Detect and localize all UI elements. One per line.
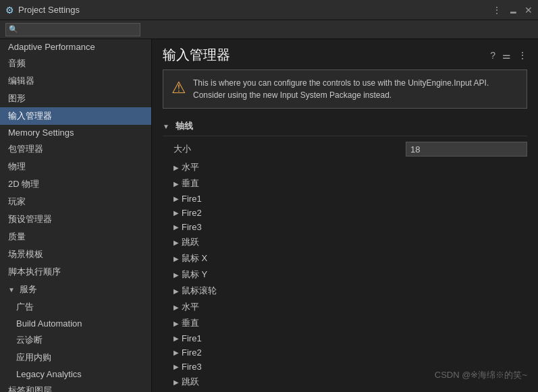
search-wrapper: 🔍 [5, 23, 140, 36]
sidebar-item-scene-template[interactable]: 场景模板 [0, 246, 151, 263]
axis-label-mouse-scroll: 鼠标滚轮 [182, 285, 217, 297]
axis-arrow-fire1-2: ▶ [173, 335, 179, 342]
sidebar-item-audio[interactable]: 音频 [0, 55, 151, 72]
axis-arrow-fire1: ▶ [173, 195, 179, 202]
sidebar-item-cloud-diagnostics[interactable]: 云诊断 [0, 331, 151, 349]
window-controls: ⋮ 🗕 ✕ [492, 5, 533, 16]
axis-item-fire3-2[interactable]: ▶ Fire3 [163, 360, 527, 374]
axis-item-vertical[interactable]: ▶ 垂直 [163, 175, 527, 192]
axis-label-mouse-x: 鼠标 X [182, 252, 207, 264]
sidebar-item-legacy-analytics[interactable]: Legacy Analytics [0, 366, 151, 382]
axis-item-horizontal[interactable]: ▶ 水平 [163, 159, 527, 175]
axis-label-fire2-2: Fire2 [182, 347, 202, 358]
axis-label-vertical: 垂直 [182, 177, 199, 190]
axes-expand-arrow: ▼ [163, 123, 169, 130]
title-bar: ⚙ Project Settings ⋮ 🗕 ✕ [0, 0, 538, 20]
size-value[interactable]: 18 [406, 142, 527, 157]
sidebar-item-in-app-purchase[interactable]: 应用内购 [0, 349, 151, 366]
settings-icon: ⚙ [5, 5, 14, 16]
axis-item-mouse-scroll[interactable]: ▶ 鼠标滚轮 [163, 283, 527, 299]
axes-section: ▼ 轴线 大小 18 ▶ 水平 ▶ 垂直 ▶ Fire1 ▶ [152, 117, 538, 392]
axis-label-jump2: 跳跃 [182, 376, 199, 388]
axis-arrow-horizontal: ▶ [173, 164, 179, 171]
axis-item-fire3[interactable]: ▶ Fire3 [163, 220, 527, 234]
axis-arrow-mouse-x: ▶ [173, 255, 179, 262]
axis-item-fire2[interactable]: ▶ Fire2 [163, 206, 527, 220]
size-label: 大小 [173, 143, 191, 155]
sidebar: Adaptive Performance 音频 编辑器 图形 输入管理器 Mem… [0, 39, 152, 392]
layout-icon[interactable]: ⚌ [502, 50, 511, 61]
content-title: 输入管理器 [163, 46, 230, 64]
axis-arrow-mouse-y: ▶ [173, 271, 179, 279]
search-bar: 🔍 [0, 20, 538, 39]
axis-item-jump2[interactable]: ▶ 跳跃 [163, 374, 527, 390]
sidebar-item-build-automation[interactable]: Build Automation [0, 316, 151, 331]
main-layout: Adaptive Performance 音频 编辑器 图形 输入管理器 Mem… [0, 39, 538, 392]
close-icon[interactable]: ✕ [524, 5, 533, 16]
axis-arrow-vertical2: ▶ [173, 320, 179, 327]
axis-arrow-jump: ▶ [173, 239, 179, 246]
warning-text: This is where you can configure the cont… [193, 77, 518, 101]
axis-item-mouse-x[interactable]: ▶ 鼠标 X [163, 250, 527, 267]
sidebar-item-physics[interactable]: 物理 [0, 158, 151, 175]
sidebar-item-preset-manager[interactable]: 预设管理器 [0, 211, 151, 228]
sidebar-item-quality[interactable]: 质量 [0, 228, 151, 246]
axis-label-fire1: Fire1 [182, 194, 202, 204]
warning-box: ⚠ This is where you can configure the co… [163, 69, 527, 109]
sidebar-group-services[interactable]: ▼ 服务 [0, 281, 151, 298]
axis-label-fire2: Fire2 [182, 208, 202, 218]
axis-arrow-horizontal2: ▶ [173, 304, 179, 311]
axes-section-label: 轴线 [176, 120, 193, 132]
more-icon[interactable]: ⋮ [492, 5, 502, 16]
axis-item-jump[interactable]: ▶ 跳跃 [163, 234, 527, 250]
axis-label-vertical2: 垂直 [182, 317, 199, 329]
content-header-icons: ? ⚌ ⋮ [490, 50, 527, 61]
axis-arrow-fire3: ▶ [173, 223, 179, 231]
axis-arrow-fire2: ▶ [173, 209, 179, 217]
sidebar-item-services-label: 服务 [20, 283, 37, 296]
axis-arrow-fire3-2: ▶ [173, 363, 179, 370]
sidebar-item-input-manager[interactable]: 输入管理器 [0, 107, 151, 125]
axis-label-mouse-y: 鼠标 Y [182, 269, 207, 281]
axis-label-fire3: Fire3 [182, 222, 202, 232]
help-icon[interactable]: ? [490, 50, 495, 61]
minimize-icon[interactable]: 🗕 [508, 5, 518, 16]
axes-section-header[interactable]: ▼ 轴线 [163, 117, 527, 136]
sidebar-item-editor[interactable]: 编辑器 [0, 72, 151, 90]
title-bar-left: ⚙ Project Settings [5, 5, 80, 16]
more-options-icon[interactable]: ⋮ [518, 50, 527, 61]
sidebar-item-script-exec-order[interactable]: 脚本执行顺序 [0, 263, 151, 281]
content-header: 输入管理器 ? ⚌ ⋮ [152, 39, 538, 69]
sidebar-item-physics-2d[interactable]: 2D 物理 [0, 175, 151, 193]
sidebar-item-adaptive-performance[interactable]: Adaptive Performance [0, 39, 151, 55]
axis-item-horizontal2[interactable]: ▶ 水平 [163, 299, 527, 315]
sidebar-item-graphics[interactable]: 图形 [0, 90, 151, 107]
search-input[interactable] [5, 23, 140, 36]
axis-label-horizontal: 水平 [182, 161, 199, 173]
sidebar-item-ads[interactable]: 广告 [0, 298, 151, 316]
content-area: 输入管理器 ? ⚌ ⋮ ⚠ This is where you can conf… [152, 39, 538, 392]
axis-item-mouse-y[interactable]: ▶ 鼠标 Y [163, 267, 527, 283]
axis-arrow-vertical: ▶ [173, 180, 179, 188]
size-field-row: 大小 18 [163, 139, 527, 159]
sidebar-item-tags-layers[interactable]: 标签和图层 [0, 382, 151, 392]
axis-arrow-jump2: ▶ [173, 379, 179, 386]
services-expand-arrow: ▼ [8, 286, 15, 293]
axis-item-fire1-2[interactable]: ▶ Fire1 [163, 331, 527, 345]
axis-label-fire3-2: Fire3 [182, 362, 202, 372]
warning-icon: ⚠ [171, 78, 186, 97]
axis-arrow-fire2-2: ▶ [173, 349, 179, 356]
axis-item-vertical2[interactable]: ▶ 垂直 [163, 315, 527, 331]
window-title: Project Settings [18, 5, 80, 15]
axis-item-fire2-2[interactable]: ▶ Fire2 [163, 345, 527, 360]
sidebar-item-player[interactable]: 玩家 [0, 193, 151, 211]
axis-label-fire1-2: Fire1 [182, 333, 202, 343]
axis-label-jump: 跳跃 [182, 236, 199, 248]
axis-arrow-mouse-scroll: ▶ [173, 287, 179, 295]
sidebar-item-package-manager[interactable]: 包管理器 [0, 140, 151, 158]
axis-item-fire1[interactable]: ▶ Fire1 [163, 192, 527, 206]
sidebar-item-memory-settings[interactable]: Memory Settings [0, 125, 151, 140]
axis-label-horizontal2: 水平 [182, 301, 199, 313]
